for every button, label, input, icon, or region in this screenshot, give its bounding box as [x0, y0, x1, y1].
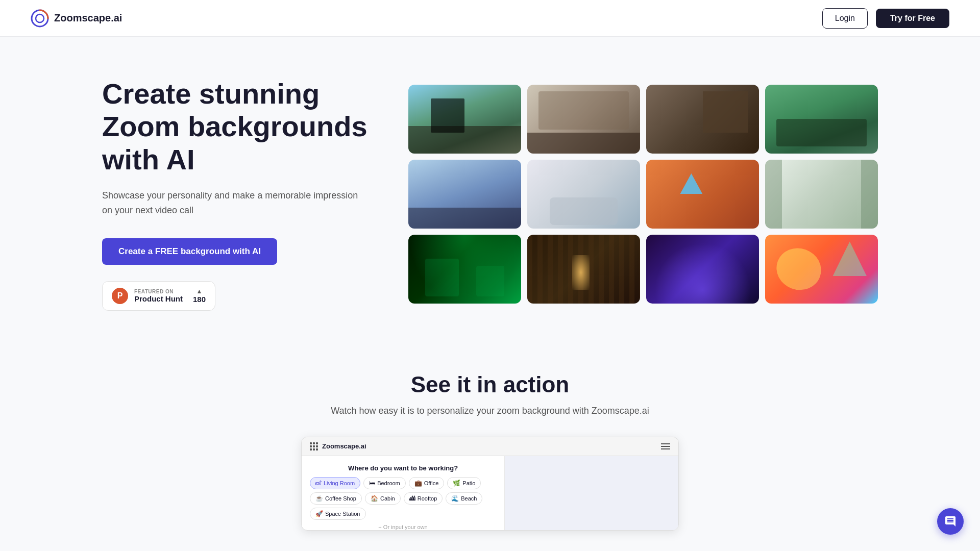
grid-image-5	[408, 160, 521, 229]
demo-titlebar: Zoomscape.ai	[302, 437, 678, 456]
logo-icon	[31, 9, 49, 28]
demo-question: Where do you want to be working?	[310, 464, 496, 472]
demo-logo-area: Zoomscape.ai	[310, 442, 366, 450]
try-button[interactable]: Try for Free	[876, 9, 949, 28]
header-actions: Login Try for Free	[822, 8, 949, 29]
demo-logo-text: Zoomscape.ai	[322, 442, 366, 450]
header: Zoomscape.ai Login Try for Free	[0, 0, 980, 37]
grid-image-10	[527, 235, 640, 304]
logo-area: Zoomscape.ai	[31, 9, 122, 28]
grid-image-9	[408, 235, 521, 304]
grid-image-4	[765, 85, 878, 154]
login-button[interactable]: Login	[822, 8, 868, 29]
ph-count-area: ▲ 180	[193, 288, 206, 304]
grid-image-11	[646, 235, 759, 304]
demo-tag-rooftop[interactable]: 🏙Rooftop	[404, 492, 443, 505]
action-subtitle: Watch how easy it is to personalize your…	[102, 406, 878, 416]
chat-bubble[interactable]	[937, 508, 964, 535]
demo-grid-icon	[310, 442, 318, 450]
hero-image-grid	[408, 85, 878, 304]
demo-menu-icon[interactable]	[661, 443, 670, 449]
ph-name: Product Hunt	[134, 294, 183, 303]
hero-subtitle: Showcase your personality and make a mem…	[102, 188, 368, 218]
demo-tag-cabin[interactable]: 🏠Cabin	[365, 492, 401, 505]
product-hunt-logo: P	[112, 288, 128, 304]
demo-tag-space-station[interactable]: 🚀Space Station	[310, 508, 366, 520]
grid-image-6	[527, 160, 640, 229]
demo-right-panel	[505, 456, 678, 530]
demo-tag-coffee-shop[interactable]: ☕Coffee Shop	[310, 492, 362, 505]
grid-image-8	[765, 160, 878, 229]
demo-tag-living-room[interactable]: 🛋Living Room	[310, 477, 360, 489]
demo-tag-beach[interactable]: 🌊Beach	[446, 492, 482, 505]
ph-text-area: FEATURED ON Product Hunt	[134, 289, 183, 303]
grid-image-7	[646, 160, 759, 229]
hero-title: Create stunning Zoom backgrounds with AI	[102, 78, 368, 176]
ph-count: 180	[193, 295, 206, 304]
svg-point-1	[36, 14, 44, 22]
hero-left: Create stunning Zoom backgrounds with AI…	[102, 78, 368, 311]
demo-tag-bedroom[interactable]: 🛏Bedroom	[363, 477, 406, 489]
demo-tags: 🛋Living Room🛏Bedroom💼Office🌿Patio☕Coffee…	[310, 477, 496, 520]
demo-input-placeholder: + Or input your own	[310, 524, 496, 530]
product-hunt-badge: P FEATURED ON Product Hunt ▲ 180	[102, 281, 215, 311]
demo-body: Where do you want to be working? 🛋Living…	[302, 456, 678, 530]
demo-left-panel: Where do you want to be working? 🛋Living…	[302, 456, 505, 530]
demo-tag-office[interactable]: 💼Office	[409, 477, 445, 489]
grid-image-3	[646, 85, 759, 154]
logo-text: Zoomscape.ai	[54, 12, 122, 24]
ph-arrow: ▲	[197, 288, 203, 295]
demo-window: Zoomscape.ai Where do you want to be wor…	[301, 437, 679, 531]
ph-featured-text: FEATURED ON	[134, 289, 183, 294]
cta-button[interactable]: Create a FREE background with AI	[102, 238, 277, 265]
action-section: See it in action Watch how easy it is to…	[0, 341, 980, 551]
action-title: See it in action	[102, 372, 878, 397]
grid-image-2	[527, 85, 640, 154]
grid-image-1	[408, 85, 521, 154]
demo-tag-patio[interactable]: 🌿Patio	[447, 477, 481, 489]
grid-image-12	[765, 235, 878, 304]
hero-section: Create stunning Zoom backgrounds with AI…	[0, 37, 980, 341]
